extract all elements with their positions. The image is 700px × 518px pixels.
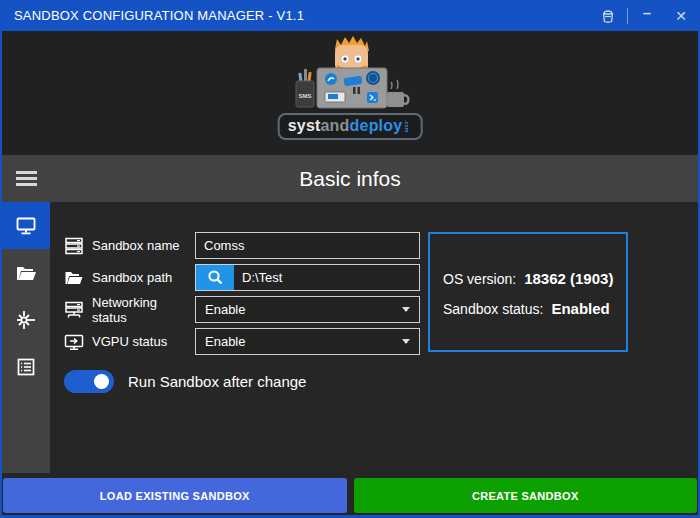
- os-version-row: OS version:18362 (1903): [443, 270, 626, 287]
- networking-status-dropdown[interactable]: Enable: [195, 296, 420, 323]
- logo-text-deploy: deploy: [350, 117, 403, 135]
- networking-status-value: Enable: [205, 302, 402, 317]
- window-controls: – ✕: [591, 0, 698, 31]
- monitor-icon: [14, 214, 38, 238]
- sandbox-name-label: Sandbox name: [92, 238, 195, 253]
- vgpu-status-row: VGPU status Enable: [64, 328, 420, 355]
- page-header: Basic infos: [2, 155, 698, 202]
- sandbox-form: Sandbox name Sandbox path: [64, 232, 420, 393]
- sandbox-path-label: Sandbox path: [92, 270, 195, 285]
- sandbox-path-input[interactable]: [234, 265, 419, 290]
- theme-bucket-button[interactable]: [591, 0, 625, 31]
- run-after-change-row: Run Sandbox after change: [64, 370, 420, 393]
- run-sandbox-toggle-label: Run Sandbox after change: [128, 373, 306, 390]
- networking-status-label: Networking status: [92, 295, 195, 325]
- hamburger-icon: [16, 171, 37, 174]
- sandbox-status-row: Sandbox status:Enabled: [443, 300, 626, 317]
- app-window: SANDBOX CONFIGURATION MANAGER - V1.1 – ✕: [0, 0, 700, 518]
- chevron-down-icon: [402, 307, 410, 312]
- logo-text-com: .com: [404, 120, 410, 132]
- system-info-panel: OS version:18362 (1903) Sandbox status:E…: [428, 232, 628, 352]
- sidebar-item-basic-infos[interactable]: [2, 202, 50, 249]
- logo-text-and: and: [321, 117, 350, 135]
- close-button[interactable]: ✕: [664, 0, 698, 31]
- systanddeploy-logo: systanddeploy.com: [278, 113, 423, 140]
- title-bar: SANDBOX CONFIGURATION MANAGER - V1.1 – ✕: [2, 0, 698, 31]
- sandbox-path-row: Sandbox path: [64, 264, 420, 291]
- server-stack-icon: [64, 236, 92, 256]
- sandbox-name-input[interactable]: [195, 232, 420, 259]
- os-version-label: OS version:: [443, 271, 516, 287]
- vgpu-status-value: Enable: [205, 334, 402, 349]
- vgpu-status-label: VGPU status: [92, 334, 195, 349]
- starburst-icon: [14, 308, 38, 332]
- sidebar-item-load-sandbox[interactable]: [2, 249, 50, 296]
- footer-buttons: LOAD EXISTING SANDBOX CREATE SANDBOX: [2, 477, 698, 515]
- hamburger-menu-button[interactable]: [2, 171, 50, 186]
- load-existing-sandbox-button[interactable]: LOAD EXISTING SANDBOX: [3, 478, 347, 513]
- minimize-button[interactable]: –: [630, 0, 664, 31]
- networking-status-row: Networking status Enable: [64, 296, 420, 323]
- titlebar-divider: [627, 8, 628, 24]
- sidebar-item-details[interactable]: [2, 343, 50, 390]
- vgpu-status-dropdown[interactable]: Enable: [195, 328, 420, 355]
- sandbox-name-row: Sandbox name: [64, 232, 420, 259]
- logo-text-syst: syst: [288, 117, 321, 135]
- window-title: SANDBOX CONFIGURATION MANAGER - V1.1: [14, 8, 304, 23]
- logo-banner: SMS systanddeploy.com: [2, 31, 698, 155]
- create-sandbox-button[interactable]: CREATE SANDBOX: [354, 478, 698, 513]
- sandbox-status-value: Enabled: [551, 300, 609, 317]
- open-folder-icon: [14, 261, 38, 285]
- svg-text:SMS: SMS: [298, 93, 311, 99]
- page-title: Basic infos: [2, 167, 698, 191]
- list-icon: [14, 355, 38, 379]
- network-server-icon: [64, 300, 92, 320]
- paint-bucket-icon: [600, 8, 616, 24]
- sandbox-status-label: Sandbox status:: [443, 301, 543, 317]
- content-area: Sandbox name Sandbox path: [2, 202, 698, 477]
- run-sandbox-toggle[interactable]: [64, 370, 114, 393]
- toggle-knob: [94, 374, 109, 389]
- browse-path-button[interactable]: [196, 265, 234, 290]
- monitor-arrow-icon: [64, 332, 92, 352]
- chevron-down-icon: [402, 339, 410, 344]
- sidebar-item-advanced[interactable]: [2, 296, 50, 343]
- os-version-value: 18362 (1903): [524, 270, 613, 287]
- folder-icon: [64, 268, 92, 288]
- search-icon: [207, 269, 224, 286]
- mascot-illustration: SMS: [287, 35, 413, 113]
- sidebar: [2, 202, 50, 473]
